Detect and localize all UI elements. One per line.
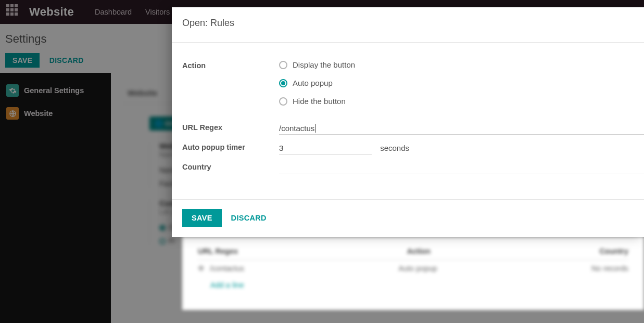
action-option-display[interactable]: Display the button	[279, 60, 644, 69]
timer-label: Auto popup timer	[182, 142, 279, 151]
timer-suffix: seconds	[380, 144, 409, 152]
radio-icon[interactable]	[279, 97, 287, 106]
col-header: Country	[599, 247, 628, 255]
rules-modal: Open: Rules Action Display the button Au…	[172, 7, 644, 237]
option-text: Auto popup	[293, 79, 333, 87]
col-header: Action	[407, 247, 431, 255]
radio-icon[interactable]	[279, 61, 287, 69]
option-text: Hide the button	[293, 97, 346, 106]
url-regex-input[interactable]: /contactus	[279, 122, 644, 135]
modal-discard-button[interactable]: DISCARD	[226, 209, 272, 227]
cell-action: Auto popup	[398, 264, 437, 273]
action-option-hide[interactable]: Hide the button	[279, 97, 644, 106]
add-line-link[interactable]: Add a line	[198, 277, 628, 289]
drag-handle-icon[interactable]: ✥	[198, 264, 205, 273]
col-header: URL Regex	[198, 247, 238, 255]
option-text: Display the button	[293, 60, 355, 69]
radio-icon[interactable]	[279, 79, 287, 87]
url-regex-label: URL Regex	[182, 122, 279, 132]
modal-save-button[interactable]: SAVE	[182, 209, 222, 227]
modal-title: Open: Rules	[172, 7, 644, 43]
cell-country: No records	[591, 264, 628, 273]
action-option-auto-popup[interactable]: Auto popup	[279, 79, 644, 87]
timer-input[interactable]	[279, 142, 372, 154]
country-label: Country	[182, 162, 279, 171]
rules-table-fragment: URL Regex Action Country ✥/contactus Aut…	[182, 237, 644, 310]
country-input[interactable]	[279, 162, 644, 174]
cell-url: /contactus	[210, 264, 244, 273]
table-row[interactable]: ✥/contactus Auto popup No records	[198, 260, 628, 277]
action-label: Action	[182, 60, 279, 70]
